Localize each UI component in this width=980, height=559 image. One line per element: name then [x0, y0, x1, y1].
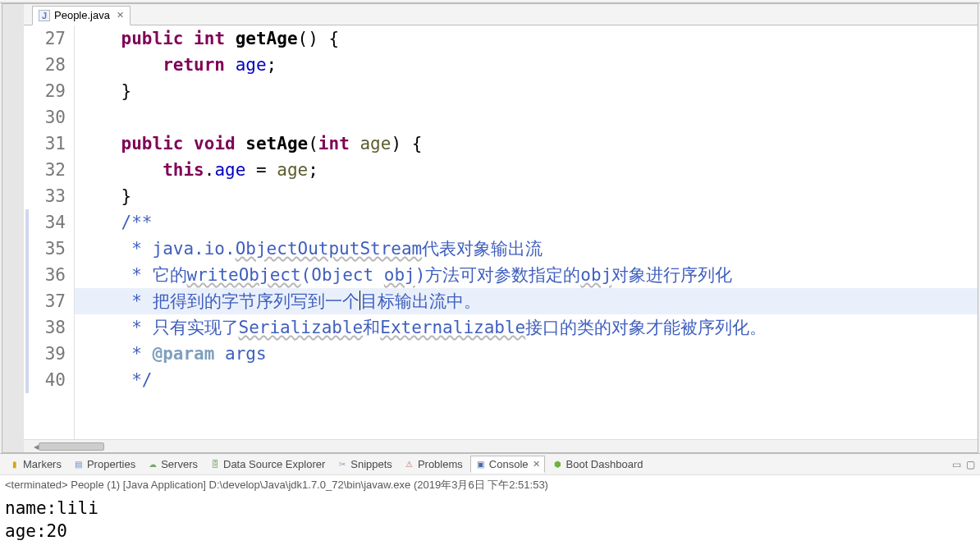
- problems-icon: ⚠: [404, 459, 415, 470]
- snippets-icon: ✂: [337, 459, 348, 470]
- editor-tab-bar: J People.java ✕: [24, 4, 978, 25]
- tab-console[interactable]: ▣Console✕: [470, 456, 545, 473]
- markers-icon: ▮: [9, 459, 21, 470]
- current-line: * 把得到的字节序列写到一个目标输出流中。: [75, 288, 978, 314]
- tab-boot-dashboard[interactable]: ⬢Boot Dashboard: [548, 456, 648, 472]
- tab-data-source-explorer[interactable]: 🗄Data Source Explorer: [205, 456, 329, 472]
- tab-snippets[interactable]: ✂Snippets: [332, 456, 396, 472]
- java-file-icon: J: [39, 10, 50, 21]
- console-line: age:20: [5, 520, 975, 543]
- console-output[interactable]: name:lili age:20: [0, 495, 980, 559]
- console-run-info: <terminated> People (1) [Java Applicatio…: [0, 474, 980, 495]
- editor-area: J People.java ✕ 27 28 29 30 31 32 33 34 …: [2, 3, 978, 453]
- tab-problems[interactable]: ⚠Problems: [400, 456, 467, 472]
- code-editor[interactable]: public int getAge() { return age; } publ…: [75, 25, 978, 439]
- horizontal-scrollbar[interactable]: ◂: [24, 439, 978, 452]
- close-icon[interactable]: ✕: [533, 459, 540, 470]
- close-icon[interactable]: ✕: [117, 10, 124, 21]
- left-margin-stripe: [2, 4, 24, 452]
- file-tab-label: People.java: [54, 9, 110, 21]
- bottom-view-tabs: ▮Markers ▤Properties ☁Servers 🗄Data Sour…: [0, 453, 980, 474]
- properties-icon: ▤: [73, 459, 85, 470]
- database-icon: 🗄: [209, 459, 221, 470]
- line-number-gutter: 27 28 29 30 31 32 33 34 35 36 37 38 39 4…: [24, 25, 75, 439]
- console-icon: ▣: [475, 459, 487, 470]
- tab-properties[interactable]: ▤Properties: [69, 456, 140, 472]
- tab-servers[interactable]: ☁Servers: [143, 456, 202, 472]
- console-line: name:lili: [5, 497, 975, 520]
- servers-icon: ☁: [147, 459, 158, 470]
- scrollbar-thumb[interactable]: [39, 442, 104, 451]
- boot-icon: ⬢: [552, 459, 564, 470]
- tab-markers[interactable]: ▮Markers: [5, 456, 66, 472]
- minimize-icon[interactable]: ▭: [952, 459, 961, 470]
- maximize-icon[interactable]: ▢: [966, 459, 975, 470]
- file-tab-people-java[interactable]: J People.java ✕: [32, 6, 131, 25]
